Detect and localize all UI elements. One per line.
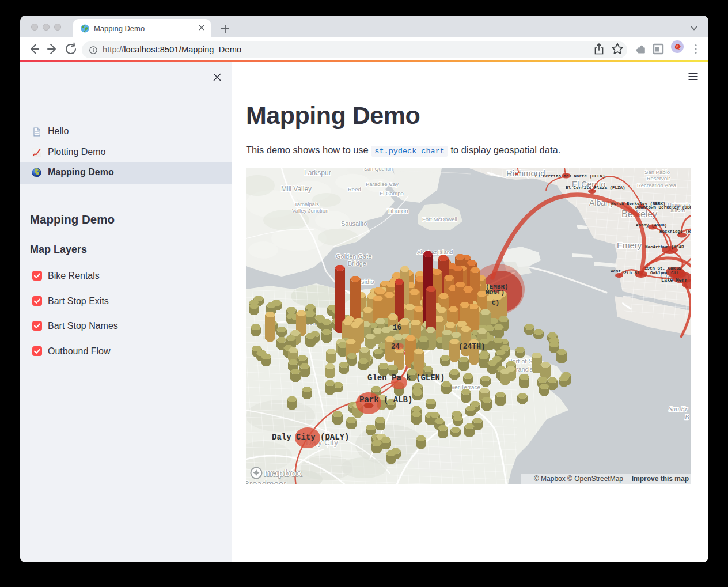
svg-text:Downtown Berkeley (DBRK): Downtown Berkeley (DBRK) (635, 205, 691, 210)
svg-text:Tamalpais: Tamalpais (294, 201, 319, 207)
svg-text:Recreation Area: Recreation Area (637, 182, 677, 188)
svg-text:Paradise Cay: Paradise Cay (366, 181, 399, 187)
svg-text:12th St.: 12th St. (621, 271, 642, 275)
svg-text:Fort McDowell: Fort McDowell (422, 216, 457, 222)
svg-text:24: 24 (391, 343, 400, 351)
svg-text:Oakland Cit: Oakland Cit (650, 271, 679, 275)
svg-text:Mill Valley: Mill Valley (281, 185, 312, 193)
svg-text:Glen Pa k (GLEN): Glen Pa k (GLEN) (367, 373, 445, 383)
svg-text:San Fr: San Fr (669, 405, 688, 413)
svg-text:MacArthur (MCAR: MacArthur (MCAR (645, 245, 684, 249)
svg-text:© Mapbox © OpenStreetMap: © Mapbox © OpenStreetMap (534, 475, 623, 483)
svg-text:MONT): MONT) (486, 289, 505, 296)
svg-text:Reed: Reed (348, 186, 361, 192)
svg-text:Rockridge (R: Rockridge (R (659, 229, 691, 234)
svg-text:El Campo: El Campo (380, 190, 404, 196)
svg-text:Alcatraz Island: Alcatraz Island (417, 249, 453, 255)
svg-text:West: West (611, 269, 621, 274)
svg-text:16: 16 (393, 324, 401, 332)
svg-text:Reservoir: Reservoir (647, 175, 670, 181)
svg-text:Valley Junction: Valley Junction (292, 207, 328, 214)
svg-text:(24TH): (24TH) (458, 342, 486, 351)
svg-text:Bridge: Bridge (348, 260, 366, 267)
svg-text:Broadmoor: Broadmoor (246, 479, 286, 484)
svg-text:Daly City (DALY): Daly City (DALY) (272, 433, 349, 442)
svg-text:Sausalito: Sausalito (341, 220, 367, 227)
svg-text:Larkspur: Larkspur (304, 169, 331, 177)
svg-text:mapbox: mapbox (264, 468, 302, 479)
svg-text:19th St. Oakla: 19th St. Oakla (644, 266, 681, 271)
svg-text:San Pablo: San Pablo (644, 169, 670, 175)
svg-text:C): C) (492, 300, 499, 306)
svg-text:Golden Gate: Golden Gate (336, 253, 371, 260)
svg-text:Lake Merr: Lake Merr (661, 278, 688, 283)
svg-text:El Cerrito Plaza (PLZA): El Cerrito Plaza (PLZA) (566, 185, 625, 190)
svg-text:Improve this map: Improve this map (632, 475, 689, 483)
svg-text:B: B (685, 413, 689, 421)
svg-text:El Cerrito del Norte (DELN): El Cerrito del Norte (DELN) (535, 174, 605, 179)
svg-text:Tiburon: Tiburon (387, 207, 408, 214)
svg-text:Park ( ALB): Park ( ALB) (359, 395, 412, 404)
svg-text:Emery: Emery (617, 240, 642, 250)
svg-text:Ashby (ASHB): Ashby (ASHB) (636, 223, 667, 228)
svg-text:San Quentin: San Quentin (364, 168, 393, 172)
